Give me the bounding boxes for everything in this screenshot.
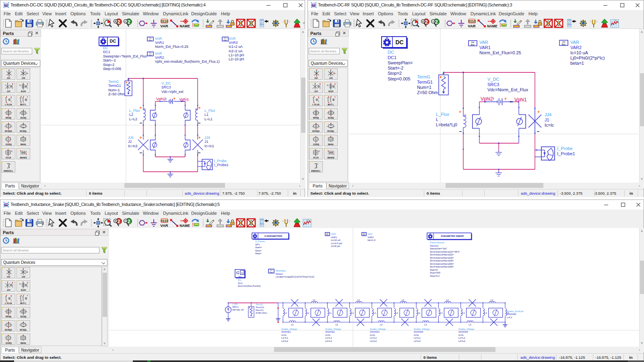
svg-text:DC: DC (103, 46, 108, 50)
svg-text:VAR: VAR (155, 37, 162, 41)
svg-text:Ic=Ic: Ic=Ic (545, 123, 554, 128)
svg-text:Ic2=2 uA: Ic2=2 uA (229, 49, 243, 53)
svg-text:L_Flux: L_Flux (204, 109, 215, 113)
svg-text:L2=10 pH: L2=10 pH (229, 57, 244, 61)
svg-text:L1: L1 (485, 312, 487, 314)
svg-text:Step=: Step= (255, 252, 262, 255)
svg-text:Z=50 Ohm: Z=50 Ohm (256, 312, 267, 314)
svg-text:N: N (318, 150, 320, 152)
svg-text:I: I (493, 97, 494, 101)
svg-text:SimInstanceName[5]=: SimInstanceName[5]= (430, 263, 454, 265)
svg-text:JJ4: JJ4 (128, 136, 134, 140)
svg-text:L1: L1 (462, 312, 465, 314)
svg-text:VAR: VAR (331, 233, 336, 235)
svg-text:VAR1: VAR1 (331, 236, 337, 239)
svg-text:L1: L1 (351, 312, 354, 314)
svg-text:2: 2 (19, 125, 21, 128)
svg-text:Z=50 Ohm: Z=50 Ohm (108, 92, 125, 96)
svg-text:L2=L2: L2=L2 (325, 340, 332, 342)
svg-text:J1: J1 (545, 117, 549, 122)
svg-text:Ic=Ic: Ic=Ic (458, 334, 464, 336)
svg-text:L2=L2: L2=L2 (281, 340, 289, 342)
svg-text:2: 2 (4, 324, 6, 326)
svg-text:2: 2 (327, 125, 328, 128)
svg-text:L2=L2: L2=L2 (414, 340, 421, 342)
svg-text:L2=L2: L2=L2 (458, 340, 466, 342)
svg-text:VAR: VAR (155, 51, 162, 56)
svg-text:Snake_EndCell: Snake_EndCell (507, 310, 523, 313)
svg-text:L1=2.6 pH: L1=2.6 pH (331, 242, 342, 245)
svg-text:Eqn: Eqn (149, 39, 152, 41)
svg-text:VAR: VAR (367, 233, 373, 235)
svg-text:VAR1: VAR1 (479, 45, 491, 50)
svg-text:L=beta*Lj0: L=beta*Lj0 (436, 122, 457, 127)
svg-text:N:: N: (327, 84, 329, 86)
svg-text:SimInstanceName[4]=: SimInstanceName[4]= (430, 259, 454, 262)
svg-text:Eqn: Eqn (149, 54, 152, 56)
svg-text:VAR: VAR (479, 40, 488, 45)
svg-text:VAR2: VAR2 (570, 45, 582, 50)
svg-text:Vphi_ext=modulo_flux(Norm_Ext_: Vphi_ext=modulo_flux(Norm_Ext_Flux,1) (155, 60, 220, 64)
svg-text:Start=-2: Start=-2 (388, 66, 403, 70)
svg-text:L1=L1: L1=L1 (458, 337, 466, 339)
svg-text:Ic=16 uA: Ic=16 uA (331, 239, 341, 241)
svg-text:Snake_2Stage: Snake_2Stage (414, 328, 430, 330)
svg-text:SRC3: SRC3 (487, 82, 499, 87)
svg-text:SimInstanceName[6]=: SimInstanceName[6]= (430, 265, 454, 268)
svg-text:1: 1 (26, 324, 27, 326)
svg-text:1: 1 (12, 284, 13, 286)
svg-text:JJ4: JJ4 (545, 112, 551, 117)
svg-text:Vdc=Norm_Ext_Flux: Vdc=Norm_Ext_Flux (487, 87, 528, 92)
svg-text:SRC3: SRC3 (161, 85, 171, 89)
svg-text:S_Param: S_Param (255, 240, 265, 243)
svg-text:Ic=10 uA: Ic=10 uA (570, 50, 588, 55)
svg-text:L1: L1 (396, 312, 398, 314)
svg-text:TermG: TermG (417, 74, 430, 79)
svg-text:Norm_Ext_Flux=0.25: Norm_Ext_Flux=0.25 (155, 45, 188, 49)
svg-text:J1: J1 (204, 140, 208, 144)
svg-text:N:: N: (19, 283, 21, 285)
svg-text:Num=1: Num=1 (108, 88, 120, 92)
svg-text:L1=L1: L1=L1 (370, 337, 377, 339)
svg-text:1: 1 (12, 86, 13, 88)
svg-text:Var: Var (471, 41, 474, 43)
svg-text:I_DC: I_DC (232, 303, 238, 305)
svg-text:Ic=Ic: Ic=Ic (281, 334, 287, 336)
svg-text:Ic=Ic2: Ic=Ic2 (128, 144, 138, 148)
svg-text:Snake_2Stage: Snake_2Stage (370, 328, 386, 330)
svg-text:1: 1 (26, 125, 27, 128)
svg-text:L_Flux: L_Flux (129, 109, 140, 113)
svg-text:I_Probe: I_Probe (557, 146, 573, 151)
svg-text:L=L2: L=L2 (129, 117, 137, 121)
svg-text:Zin1: Zin1 (238, 282, 243, 284)
svg-text:Eqn: Eqn (224, 39, 227, 41)
svg-text:I_Probe1: I_Probe1 (557, 151, 575, 156)
svg-text:L_Flux: L_Flux (436, 112, 450, 117)
svg-text:L2=8 pH: L2=8 pH (331, 245, 340, 247)
svg-text:Meas1: Meas1 (276, 273, 283, 275)
svg-text:Num=1: Num=1 (256, 309, 264, 311)
svg-text:L2: L2 (469, 323, 471, 326)
svg-text:2: 2 (312, 125, 313, 128)
svg-text:Sweep1: Sweep1 (430, 245, 439, 247)
svg-text:TermG1: TermG1 (256, 306, 264, 309)
svg-text:Stop=2: Stop=2 (388, 71, 402, 76)
svg-text:Vphi2: Vphi2 (156, 97, 166, 101)
svg-text:I_Probe1: I_Probe1 (214, 163, 229, 167)
svg-text:1: 1 (26, 311, 27, 313)
svg-text:Lsnake=imag(Zin1)/(2*pi*freq)*: Lsnake=imag(Zin1)/(2*pi*freq)*1e12 (276, 276, 315, 278)
svg-text:L1: L1 (285, 312, 287, 314)
svg-text:J2: J2 (128, 140, 132, 144)
svg-text:SNAKE6: SNAKE6 (507, 313, 516, 315)
svg-text:ParamSweep: ParamSweep (430, 241, 445, 244)
svg-text:Zin: Zin (238, 276, 242, 278)
svg-text:L2: L2 (129, 113, 133, 117)
svg-text:Eqn: Eqn (326, 234, 329, 236)
svg-text:VAR2: VAR2 (367, 236, 374, 239)
svg-text:1: 1 (320, 86, 321, 88)
svg-text:Z=50 Ohm: Z=50 Ohm (417, 90, 438, 95)
svg-text:L: L (436, 117, 438, 122)
svg-text:SRC1: SRC1 (232, 306, 239, 308)
svg-text:Vdc=Vphi_ext: Vdc=Vphi_ext (161, 90, 184, 94)
svg-text:TermG: TermG (108, 80, 119, 84)
